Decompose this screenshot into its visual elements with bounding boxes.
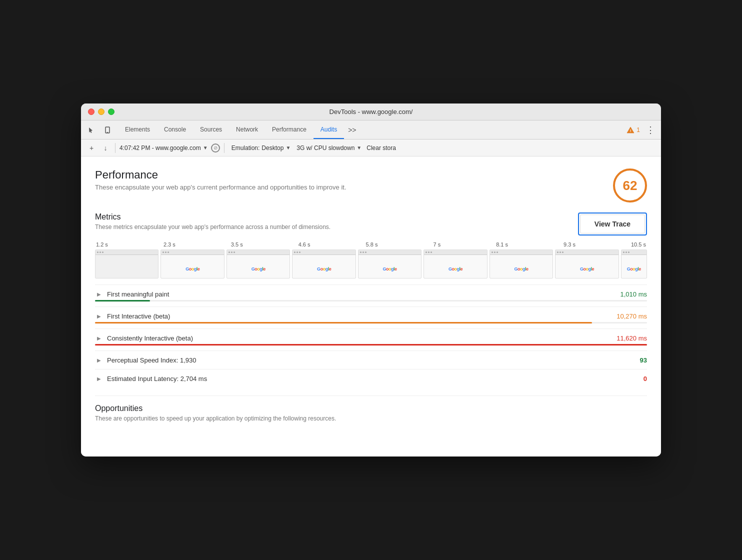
desktop-dropdown[interactable]: ▼ [286,145,290,150]
tab-network[interactable]: Network [229,120,265,139]
performance-header-text: Performance These encapsulate your web a… [95,168,346,191]
divider [115,143,116,153]
titlebar: DevTools - www.google.com/ [81,104,661,120]
opportunities-section: Opportunities These are opportunities to… [95,396,647,422]
window-title: DevTools - www.google.com/ [330,108,413,116]
devtools-icons [85,124,114,136]
frame-2: Google [160,250,224,278]
traffic-lights [88,108,114,115]
ci-value: 11,620 ms [616,334,647,342]
throttle-area: 3G w/ CPU slowdown ▼ [296,144,362,152]
svg-text:!: ! [630,128,632,133]
emulation-label: Emulation: [232,144,260,152]
fmp-label: First meaningful paint [107,290,620,298]
throttle-dropdown[interactable]: ▼ [356,145,362,150]
metric-expand-eil[interactable]: ▶ [95,374,103,382]
url-dropdown-arrow[interactable]: ▼ [203,145,208,150]
eil-score: 0 [644,375,647,382]
performance-desc: These encapsulate your web app's current… [95,184,346,191]
metric-expand-psi[interactable]: ▶ [95,356,103,364]
subbar: + ↓ 4:07:42 PM - www.google.com ▼ ⊘ Emul… [81,140,661,156]
eil-label: Estimated Input Latency: 2,704 ms [107,375,638,382]
metrics-header: Metrics These metrics encapsulate your w… [95,212,647,236]
desktop-label: Desktop [262,144,284,152]
frame-1 [95,250,158,278]
mobile-icon[interactable] [101,124,114,136]
opportunities-desc: These are opportunities to speed up your… [95,415,647,422]
metric-row-psi: ▶ Perceptual Speed Index: 1,930 93 [95,350,647,369]
ci-bar-fill [95,344,647,346]
ci-progress-bar [95,344,647,346]
metrics-header-text: Metrics These metrics encapsulate your w… [95,212,330,230]
metric-expand-ci[interactable]: ▶ [95,334,103,342]
metric-expand-fmp[interactable]: ▶ [95,290,103,298]
fmp-bar-fill [95,300,150,302]
label-2: 3.5 s [231,242,243,248]
devtools-window: DevTools - www.google.com/ Elements Cons… [81,104,661,456]
frame-6: Google [424,250,487,278]
tabs-bar: Elements Console Sources Network Perform… [81,120,661,140]
download-button[interactable]: ↓ [100,142,111,154]
url-text: 4:07:42 PM - www.google.com [120,144,201,152]
opportunities-title: Opportunities [95,404,647,413]
warning-icon: ! [626,126,634,134]
tab-console[interactable]: Console [157,120,193,139]
label-5: 7 s [433,242,440,248]
performance-header: Performance These encapsulate your web a… [95,168,647,202]
timeline-frames: Google Google Google [95,250,647,278]
tab-performance[interactable]: Performance [265,120,314,139]
label-0: 1.2 s [96,242,108,248]
timeline-labels: 1.2 s 2.3 s 3.5 s 4.6 s 5.8 s 7 s 8.1 s … [95,242,647,248]
cursor-icon[interactable] [85,124,98,136]
metrics-desc: These metrics encapsulate your web app's… [95,224,330,230]
fmp-value: 1,010 ms [620,290,647,298]
tab-sources[interactable]: Sources [193,120,229,139]
label-8: 10.5 s [631,242,646,248]
view-trace-button[interactable]: View Trace [580,214,645,234]
maximize-button[interactable] [108,108,114,115]
timeline: 1.2 s 2.3 s 3.5 s 4.6 s 5.8 s 7 s 8.1 s … [95,242,647,278]
divider2 [224,143,224,153]
tabs-container: Elements Console Sources Network Perform… [118,120,360,139]
psi-score: 93 [640,356,647,364]
fi-label: First Interactive (beta) [107,312,616,320]
performance-title: Performance [95,168,346,182]
frame-7: Google [490,250,553,278]
main-content: Performance These encapsulate your web a… [81,156,661,456]
more-options-button[interactable]: ⋮ [644,124,657,136]
warning-badge[interactable]: ! 1 [626,126,640,134]
label-6: 8.1 s [496,242,508,248]
metrics-title: Metrics [95,212,330,222]
url-area: 4:07:42 PM - www.google.com ▼ [120,144,208,152]
fi-progress-bar [95,322,647,324]
close-button[interactable] [88,108,94,115]
metrics-section: Metrics These metrics encapsulate your w… [95,212,647,388]
label-4: 5.8 s [366,242,378,248]
add-button[interactable]: + [86,142,97,154]
more-tabs-button[interactable]: >> [344,120,360,139]
tab-audits[interactable]: Audits [314,120,344,139]
clear-storage-label[interactable]: Clear stora [366,144,396,152]
toolbar-right: ! 1 ⋮ [626,124,657,136]
frame-8: Google [555,250,618,278]
score-circle: 62 [613,168,647,202]
label-7: 9.3 s [564,242,576,248]
throttle-label: 3G w/ CPU slowdown [296,144,354,152]
fi-bar-fill [95,322,592,324]
no-cache-icon[interactable]: ⊘ [211,144,220,152]
metric-row-ci: ▶ Consistently Interactive (beta) 11,620… [95,328,647,350]
fi-value: 10,270 ms [616,312,647,320]
ci-label: Consistently Interactive (beta) [107,334,616,342]
metric-row-fmp: ▶ First meaningful paint 1,010 ms [95,284,647,306]
frame-3: Google [226,250,290,278]
metric-row-eil: ▶ Estimated Input Latency: 2,704 ms 0 [95,369,647,388]
frame-9: Google [621,250,647,278]
tab-elements[interactable]: Elements [118,120,157,139]
frame-5: Google [358,250,422,278]
svg-rect-1 [107,132,108,132]
fmp-progress-bar [95,300,647,302]
metric-expand-fi[interactable]: ▶ [95,312,103,320]
frame-4: Google [292,250,356,278]
psi-label: Perceptual Speed Index: 1,930 [107,356,634,364]
minimize-button[interactable] [98,108,104,115]
